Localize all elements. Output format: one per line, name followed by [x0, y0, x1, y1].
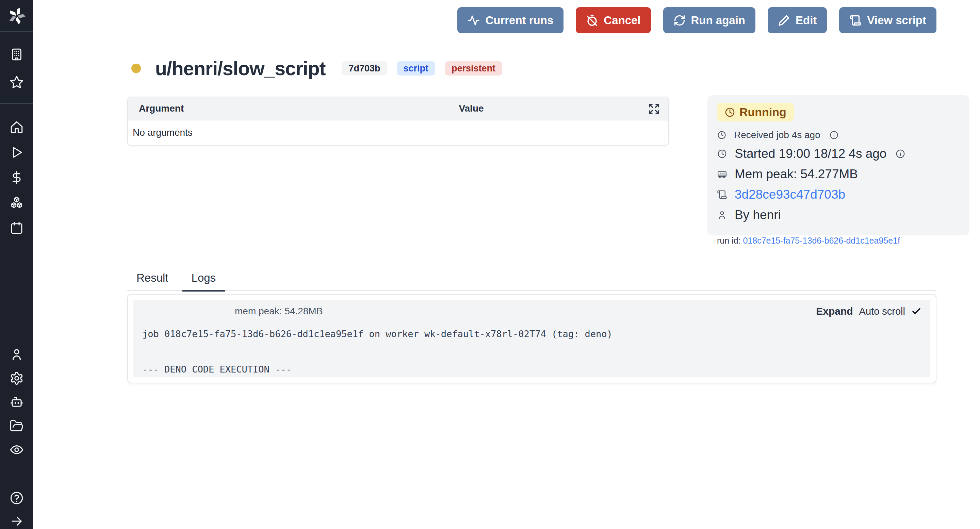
pencil-icon — [778, 14, 790, 27]
info-icon[interactable] — [895, 149, 905, 159]
current-runs-label: Current runs — [485, 14, 553, 27]
favorites-star-icon[interactable] — [9, 75, 24, 90]
toolbar: Current runs Cancel Run again — [457, 7, 937, 33]
sidebar-divider — [0, 31, 33, 32]
settings-gear-icon[interactable] — [9, 370, 24, 386]
refresh-icon — [673, 14, 686, 27]
clock-icon — [717, 149, 727, 159]
expand-sidebar-arrow-icon[interactable] — [9, 513, 24, 529]
scroll-icon — [850, 14, 862, 27]
log-line — [142, 343, 921, 361]
tab-result[interactable]: Result — [127, 267, 178, 292]
cancel-button[interactable]: Cancel — [576, 7, 651, 33]
log-output: job 018c7e15-fa75-13d6-b626-dd1c1ea95e1f… — [142, 325, 921, 378]
title-row: u/henri/slow_script 7d703b script persis… — [131, 57, 502, 79]
view-script-label: View script — [867, 14, 926, 27]
kind-badge: script — [397, 61, 436, 76]
status-dot — [131, 64, 141, 73]
page-title: u/henri/slow_script — [155, 57, 325, 79]
logs-mem-peak: mem peak: 54.28MB — [235, 306, 323, 317]
run-id-row: run id: 018c7e15-fa75-13d6-b626-dd1c1ea9… — [717, 236, 960, 246]
mem-peak-text: Mem peak: 54.277MB — [735, 167, 858, 181]
job-info-panel: Running Received job 4s ago Started 19:0… — [708, 95, 969, 235]
table-row: No arguments — [128, 121, 668, 145]
current-runs-button[interactable]: Current runs — [457, 7, 563, 33]
cancel-label: Cancel — [604, 14, 640, 27]
run-again-label: Run again — [691, 14, 746, 27]
log-line: --- DENO CODE EXECUTION --- — [142, 361, 921, 378]
received-text: Received job 4s ago — [734, 130, 821, 140]
activity-icon — [468, 14, 480, 27]
hash-badge: 7d703b — [342, 61, 387, 76]
schedules-calendar-icon[interactable] — [9, 220, 24, 236]
workers-robot-icon[interactable] — [9, 394, 24, 410]
persistent-badge: persistent — [445, 61, 502, 76]
workspace-building-icon[interactable] — [9, 47, 24, 62]
no-arguments-text: No arguments — [133, 127, 192, 138]
folders-icon[interactable] — [9, 418, 24, 434]
value-column-header: Value — [274, 103, 668, 114]
audit-eye-icon[interactable] — [9, 442, 24, 458]
log-line: job 018c7e15-fa75-13d6-b626-dd1c1ea95e1f… — [142, 325, 921, 343]
tab-logs[interactable]: Logs — [182, 267, 225, 292]
view-script-button[interactable]: View script — [839, 7, 937, 33]
variables-dollar-icon[interactable] — [9, 170, 24, 186]
expand-table-icon[interactable] — [647, 102, 661, 116]
scroll-icon — [717, 189, 727, 200]
started-row: Started 19:00 18/12 4s ago — [717, 147, 960, 161]
help-circle-icon[interactable] — [9, 490, 24, 506]
clock-icon — [724, 107, 735, 118]
arguments-table: Argument Value No arguments — [127, 97, 669, 146]
badges: 7d703b script persistent — [342, 61, 502, 76]
started-text: Started 19:00 18/12 4s ago — [735, 147, 886, 161]
arguments-table-header: Argument Value — [128, 97, 668, 121]
running-label: Running — [740, 105, 786, 119]
logs-header: mem peak: 54.28MB Expand Auto scroll — [142, 304, 921, 318]
received-row: Received job 4s ago — [717, 130, 960, 140]
run-id-label: run id: — [717, 236, 740, 245]
clock-icon — [717, 130, 727, 140]
script-hash-row: 3d28ce93c47d703b — [717, 187, 960, 202]
user-icon — [717, 210, 727, 220]
expand-logs-button[interactable]: Expand — [816, 305, 853, 317]
memory-stick-icon — [717, 169, 727, 179]
logs-card: mem peak: 54.28MB Expand Auto scroll job… — [127, 294, 937, 383]
main-content: Current runs Cancel Run again — [33, 0, 980, 529]
sidebar-divider — [0, 103, 33, 104]
running-status-badge: Running — [717, 103, 794, 121]
by-user-row: By henri — [717, 208, 960, 222]
logs-panel: mem peak: 54.28MB Expand Auto scroll job… — [134, 300, 930, 377]
resources-boxes-icon[interactable] — [9, 195, 24, 211]
argument-column-header: Argument — [128, 103, 274, 114]
info-icon[interactable] — [829, 130, 839, 140]
script-hash-link[interactable]: 3d28ce93c47d703b — [735, 187, 845, 202]
windmill-logo-icon[interactable] — [7, 6, 27, 26]
sidebar — [0, 0, 33, 529]
edit-label: Edit — [795, 14, 817, 27]
mem-peak-row: Mem peak: 54.277MB — [717, 167, 960, 181]
auto-scroll-check-icon[interactable] — [911, 306, 921, 316]
result-logs-tabbar: Result Logs — [127, 267, 937, 291]
timer-off-icon — [586, 14, 598, 27]
page: Current runs Cancel Run again — [0, 0, 980, 529]
user-icon[interactable] — [9, 347, 24, 362]
by-user-text: By henri — [735, 208, 781, 222]
run-id-link[interactable]: 018c7e15-fa75-13d6-b626-dd1c1ea95e1f — [743, 236, 900, 245]
runs-play-icon[interactable] — [9, 145, 24, 160]
home-icon[interactable] — [9, 119, 24, 135]
auto-scroll-label[interactable]: Auto scroll — [859, 306, 905, 317]
run-again-button[interactable]: Run again — [663, 7, 756, 33]
edit-button[interactable]: Edit — [768, 7, 827, 33]
